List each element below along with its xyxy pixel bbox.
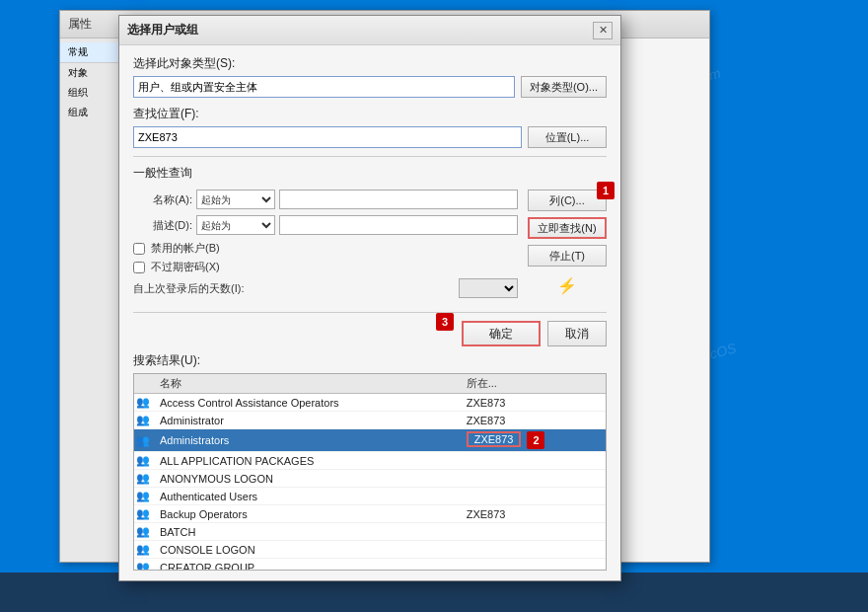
location-input[interactable]: [133, 126, 522, 148]
stop-btn[interactable]: 停止(T): [528, 245, 607, 267]
row-location: [461, 488, 606, 505]
row-location: ZXE873: [461, 505, 606, 523]
close-button[interactable]: ✕: [593, 22, 613, 39]
desc-row: 描述(D): 起始为: [133, 215, 518, 235]
general-query-label: 一般性查询: [133, 165, 607, 182]
row-icon: 👥: [134, 412, 154, 429]
bottom-btn-row: 3 确定 取消: [133, 321, 607, 346]
row-name: Access Control Assistance Operators: [154, 394, 461, 412]
row-icon: 👥: [134, 559, 154, 571]
days-select[interactable]: [459, 278, 518, 298]
row-icon: 👥: [134, 470, 154, 488]
dialog-titlebar: 选择用户或组 ✕: [119, 16, 620, 45]
dialog-body: 选择此对象类型(S): 对象类型(O)... 查找位置(F): 位置(L)...…: [119, 45, 620, 580]
location-btn[interactable]: 位置(L)...: [528, 126, 607, 148]
table-row[interactable]: 👥CONSOLE LOGON: [134, 541, 606, 559]
table-row[interactable]: 👥Access Control Assistance OperatorsZXE8…: [134, 394, 606, 412]
row-icon: 👥: [134, 505, 154, 523]
table-row[interactable]: 👥ANONYMOUS LOGON: [134, 470, 606, 488]
expired-label: 不过期密码(X): [151, 260, 220, 274]
results-table: 名称 所在... 👥Access Control Assistance Oper…: [134, 374, 606, 571]
table-row[interactable]: 👥AdministratorsZXE8732: [134, 429, 606, 452]
row-name: Administrator: [154, 412, 461, 429]
row-icon: 👥: [134, 541, 154, 559]
dialog-title: 选择用户或组: [127, 22, 198, 38]
col-location: 所在...: [461, 374, 606, 394]
results-tbody: 👥Access Control Assistance OperatorsZXE8…: [134, 394, 606, 572]
columns-btn-wrapper: 1 列(C)...: [528, 190, 607, 211]
table-row[interactable]: 👥BATCH: [134, 523, 606, 541]
divider-2: [133, 312, 607, 313]
row-location: [461, 559, 606, 571]
table-row[interactable]: 👥Authenticated Users: [134, 488, 606, 505]
annotation-3: 3: [436, 313, 454, 331]
table-row[interactable]: 👥CREATOR GROUP: [134, 559, 606, 571]
expired-checkbox[interactable]: [133, 262, 145, 273]
row-location: [461, 452, 606, 470]
row-icon: 👥: [134, 488, 154, 505]
search-now-btn[interactable]: 立即查找(N): [528, 217, 607, 239]
row-icon: 👥: [134, 394, 154, 412]
row-location: [461, 470, 606, 488]
row-name: Authenticated Users: [154, 488, 461, 505]
desc-input[interactable]: [279, 215, 518, 235]
row-name: CREATOR GROUP: [154, 559, 461, 571]
row-name: Administrators: [154, 429, 461, 452]
row-location: [461, 523, 606, 541]
object-type-label: 选择此对象类型(S):: [133, 55, 607, 72]
name-row: 名称(A): 起始为: [133, 190, 518, 209]
select-user-dialog: 选择用户或组 ✕ 选择此对象类型(S): 对象类型(O)... 查找位置(F):…: [118, 15, 621, 581]
desc-prefix-select[interactable]: 起始为: [196, 215, 275, 235]
search-now-btn-wrapper: 立即查找(N): [528, 217, 607, 239]
row-icon: 👥: [134, 429, 154, 452]
results-table-header: 名称 所在...: [134, 374, 606, 394]
row-name: ALL APPLICATION PACKAGES: [154, 452, 461, 470]
lightning-symbol: ⚡: [557, 277, 577, 294]
row-name: BATCH: [154, 523, 461, 541]
row-icon: 👥: [134, 523, 154, 541]
name-label: 名称(A):: [133, 192, 192, 207]
table-row[interactable]: 👥Backup OperatorsZXE873: [134, 505, 606, 523]
row-location: ZXE8732: [461, 429, 606, 452]
bg-prop-title-text: 属性: [68, 16, 92, 33]
row-location: [461, 541, 606, 559]
days-label: 自上次登录后的天数(I):: [133, 281, 451, 296]
location-row: 位置(L)...: [133, 126, 607, 148]
location-label: 查找位置(F):: [133, 106, 607, 122]
col-icon: [134, 374, 154, 394]
table-row[interactable]: 👥AdministratorZXE873: [134, 412, 606, 429]
lightning-icon: ⚡: [528, 272, 607, 295]
annotation-1: 1: [597, 182, 615, 199]
divider-1: [133, 156, 607, 157]
row-name: CONSOLE LOGON: [154, 541, 461, 559]
expired-checkbox-row: 不过期密码(X): [133, 260, 518, 274]
row-name: ANONYMOUS LOGON: [154, 470, 461, 488]
action-buttons: 1 列(C)... 立即查找(N) 停止(T) ⚡: [528, 190, 607, 304]
row-name: Backup Operators: [154, 505, 461, 523]
row-location: ZXE873: [461, 412, 606, 429]
name-prefix-select[interactable]: 起始为: [196, 190, 275, 209]
query-form: 名称(A): 起始为 描述(D): 起始为 禁用: [133, 190, 518, 304]
cancel-btn[interactable]: 取消: [547, 321, 607, 346]
desc-label: 描述(D):: [133, 218, 192, 233]
results-table-container[interactable]: 名称 所在... 👥Access Control Assistance Oper…: [133, 373, 607, 571]
row-icon: 👥: [134, 452, 154, 470]
disabled-checkbox-row: 禁用的帐户(B): [133, 241, 518, 256]
confirm-btn[interactable]: 确定: [462, 321, 541, 346]
object-type-row: 对象类型(O)...: [133, 76, 607, 98]
col-name: 名称: [154, 374, 461, 394]
name-input[interactable]: [279, 190, 518, 209]
columns-btn[interactable]: 列(C)...: [528, 190, 607, 211]
disabled-label: 禁用的帐户(B): [151, 241, 220, 256]
disabled-checkbox[interactable]: [133, 243, 145, 255]
annotation-2: 2: [527, 431, 544, 449]
row-location: ZXE873: [461, 394, 606, 412]
days-row: 自上次登录后的天数(I):: [133, 278, 518, 298]
query-section: 名称(A): 起始为 描述(D): 起始为 禁用: [133, 190, 607, 304]
object-type-btn[interactable]: 对象类型(O)...: [521, 76, 607, 98]
object-type-input[interactable]: [133, 76, 515, 98]
search-results-label: 搜索结果(U):: [133, 352, 607, 369]
table-row[interactable]: 👥ALL APPLICATION PACKAGES: [134, 452, 606, 470]
